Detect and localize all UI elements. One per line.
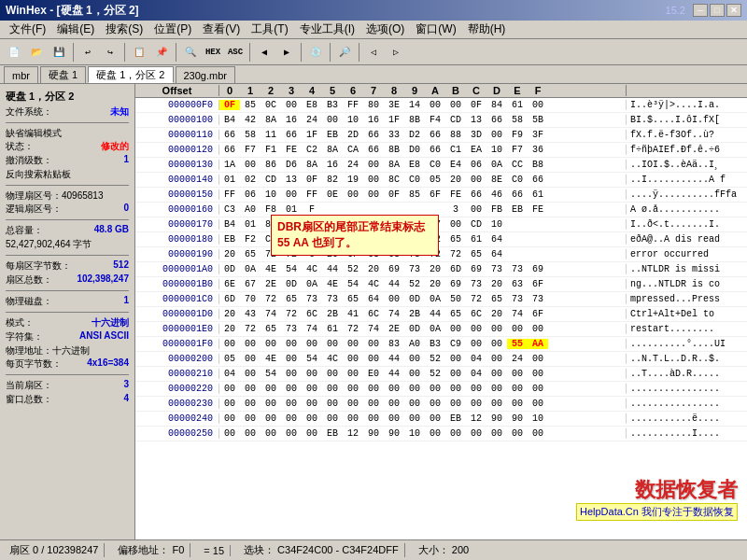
hex-byte[interactable]: 00 xyxy=(302,399,322,409)
hex-byte[interactable]: 0A xyxy=(425,294,445,304)
hex-byte[interactable]: F4 xyxy=(425,115,445,125)
hex-byte[interactable]: 12 xyxy=(466,413,486,424)
save-button[interactable]: 💾 xyxy=(49,42,69,63)
hex-byte[interactable]: 00 xyxy=(281,339,302,349)
hex-byte[interactable]: 00 xyxy=(302,428,322,439)
undo-button[interactable]: ↩ xyxy=(78,42,98,63)
hex-byte[interactable]: 00 xyxy=(466,324,486,334)
hex-byte[interactable]: 00 xyxy=(281,384,302,394)
hex-byte[interactable]: 00 xyxy=(343,189,363,200)
hex-byte[interactable]: 54 xyxy=(343,279,363,289)
hex-byte[interactable]: 72 xyxy=(445,249,466,259)
hex-byte[interactable]: 66 xyxy=(363,145,384,155)
hex-byte[interactable]: 90 xyxy=(486,413,507,424)
hex-byte[interactable] xyxy=(425,204,445,215)
hex-byte[interactable]: 00 xyxy=(302,339,322,349)
hex-byte[interactable]: 05 xyxy=(425,175,445,185)
hex-byte[interactable]: 00 xyxy=(281,413,302,424)
hex-byte[interactable]: EB xyxy=(219,234,240,245)
hex-byte[interactable]: C2 xyxy=(302,145,322,155)
zoom-in-button[interactable]: 🔎 xyxy=(334,42,355,63)
tab-3[interactable]: 230g.mbr xyxy=(176,66,235,83)
hex-byte[interactable]: 02 xyxy=(240,175,261,185)
hex-byte[interactable]: 01 xyxy=(281,204,302,215)
hex-byte[interactable]: 66 xyxy=(425,130,445,140)
hex-byte[interactable]: 00 xyxy=(466,384,486,394)
hex-byte[interactable]: 00 xyxy=(425,384,445,394)
hex-byte[interactable]: 00 xyxy=(486,369,507,379)
hex-byte[interactable]: 00 xyxy=(384,413,404,424)
hex-byte[interactable]: 54 xyxy=(261,369,281,379)
hex-byte[interactable]: 00 xyxy=(240,413,261,424)
hex-byte[interactable]: 72 xyxy=(281,309,302,319)
hex-byte[interactable]: 44 xyxy=(384,279,404,289)
hex-byte[interactable]: A0 xyxy=(404,339,425,349)
hex-byte[interactable]: 50 xyxy=(445,294,466,304)
hex-byte[interactable]: 00 xyxy=(302,413,322,424)
hex-byte[interactable]: 00 xyxy=(240,399,261,409)
hex-byte[interactable]: 66 xyxy=(507,189,528,200)
menu-item-专业工具I[interactable]: 专业工具(I) xyxy=(294,20,360,39)
tab-2[interactable]: 硬盘 1，分区 2 xyxy=(88,66,173,83)
menu-item-工具T[interactable]: 工具(T) xyxy=(246,20,293,39)
hex-byte[interactable]: 74 xyxy=(302,324,322,334)
hex-byte[interactable]: EA xyxy=(466,145,486,155)
hex-byte[interactable]: 0D xyxy=(404,324,425,334)
hex-byte[interactable]: EB xyxy=(322,130,343,140)
hex-byte[interactable]: C0 xyxy=(425,160,445,170)
hex-byte[interactable]: 73 xyxy=(322,294,343,304)
hex-byte[interactable]: 00 xyxy=(528,354,548,364)
asc-button[interactable]: ASC xyxy=(225,42,246,63)
hex-button[interactable]: HEX xyxy=(203,42,223,63)
hex-byte[interactable]: 10 xyxy=(486,145,507,155)
hex-byte[interactable]: A0 xyxy=(240,204,261,215)
hex-byte[interactable]: 44 xyxy=(384,354,404,364)
hex-byte[interactable]: 8A xyxy=(261,115,281,125)
hex-byte[interactable]: 0F xyxy=(219,100,240,110)
hex-byte[interactable]: 00 xyxy=(281,369,302,379)
hex-byte[interactable]: 72 xyxy=(343,324,363,334)
hex-byte[interactable]: 00 xyxy=(343,369,363,379)
hex-byte[interactable]: 4E xyxy=(261,354,281,364)
hex-byte[interactable]: 00 xyxy=(486,428,507,439)
hex-row[interactable]: 00000170B4018BF0A0700CD10I..ð<.t.......Í… xyxy=(135,217,747,232)
hex-byte[interactable]: 88 xyxy=(445,130,466,140)
hex-byte[interactable]: 14 xyxy=(404,100,425,110)
hex-byte[interactable]: 00 xyxy=(466,175,486,185)
hex-byte[interactable]: FF xyxy=(219,189,240,200)
hex-byte[interactable]: 44 xyxy=(322,264,343,274)
hex-byte[interactable]: 36 xyxy=(528,145,548,155)
hex-byte[interactable]: 73 xyxy=(302,294,322,304)
hex-byte[interactable]: 10 xyxy=(261,189,281,200)
hex-byte[interactable]: 4C xyxy=(363,279,384,289)
hex-row[interactable]: 000000F00F850C00E8B3FF803E1400000F846100… xyxy=(135,98,747,113)
hex-byte[interactable]: 0D xyxy=(281,279,302,289)
hex-byte[interactable]: 00 xyxy=(404,399,425,409)
hex-byte[interactable]: 00 xyxy=(363,354,384,364)
hex-byte[interactable]: CD xyxy=(445,115,466,125)
hex-byte[interactable]: 66 xyxy=(486,115,507,125)
nav-right-button[interactable]: ▶ xyxy=(276,42,297,63)
menu-item-编辑E[interactable]: 编辑(E) xyxy=(51,20,100,39)
hex-byte[interactable]: 6F xyxy=(528,309,548,319)
hex-byte[interactable]: 33 xyxy=(384,130,404,140)
hex-byte[interactable]: 00 xyxy=(261,384,281,394)
hex-byte[interactable]: 16 xyxy=(281,115,302,125)
hex-byte[interactable]: E4 xyxy=(445,160,466,170)
hex-byte[interactable]: 00 xyxy=(363,399,384,409)
hex-byte[interactable]: 06 xyxy=(240,189,261,200)
minimize-button[interactable]: ─ xyxy=(693,4,708,17)
hex-byte[interactable]: 66 xyxy=(425,145,445,155)
hex-byte[interactable]: 00 xyxy=(528,369,548,379)
hex-byte[interactable]: 65 xyxy=(281,294,302,304)
paste-button[interactable]: 📌 xyxy=(151,42,172,63)
hex-byte[interactable]: FE xyxy=(281,145,302,155)
hex-byte[interactable]: 2E xyxy=(261,279,281,289)
menu-item-帮助H[interactable]: 帮助(H) xyxy=(462,20,512,39)
hex-byte[interactable]: 06 xyxy=(466,160,486,170)
hex-byte[interactable]: 00 xyxy=(343,354,363,364)
hex-row[interactable]: 00000160C3A0F801F300FBEBFEÃ ø.å.........… xyxy=(135,203,747,217)
hex-byte[interactable]: 73 xyxy=(281,324,302,334)
hex-byte[interactable]: 20 xyxy=(219,324,240,334)
menu-item-窗口W[interactable]: 窗口(W) xyxy=(410,20,461,39)
